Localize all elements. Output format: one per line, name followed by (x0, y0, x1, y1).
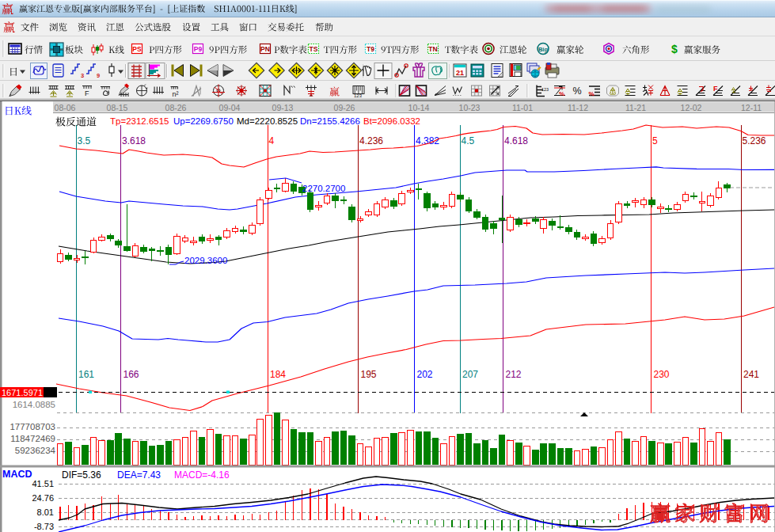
svg-text:$: $ (671, 43, 678, 55)
svg-text:08-15: 08-15 (107, 103, 128, 112)
svg-text:4: 4 (269, 135, 275, 146)
svg-text:MACD: MACD (2, 469, 32, 480)
svg-text:202: 202 (417, 369, 433, 380)
svg-text:41.51: 41.51 (32, 479, 54, 488)
svg-text:11-01: 11-01 (512, 103, 533, 112)
svg-text:Md=2220.8525: Md=2220.8525 (237, 116, 298, 126)
svg-text:5.236: 5.236 (743, 135, 766, 146)
svg-text:Up=2269.6750: Up=2269.6750 (173, 116, 234, 126)
svg-text:4.618: 4.618 (504, 135, 528, 146)
svg-text:%: % (572, 86, 581, 97)
svg-text:%: % (589, 90, 595, 97)
svg-text:2270.2700: 2270.2700 (302, 184, 345, 193)
svg-text:PN: PN (260, 45, 270, 53)
svg-text:3.618: 3.618 (122, 135, 146, 146)
svg-text:10-23: 10-23 (459, 103, 481, 112)
svg-text:1671.5971: 1671.5971 (2, 388, 43, 397)
svg-text:TN: TN (428, 45, 437, 53)
svg-text:Dn=2155.4266: Dn=2155.4266 (300, 116, 360, 126)
svg-text:n²: n² (173, 90, 179, 98)
svg-text:241: 241 (743, 369, 759, 380)
svg-text:-8.73: -8.73 (34, 522, 54, 531)
svg-text:F: F (85, 89, 89, 97)
svg-text:21: 21 (456, 69, 464, 77)
svg-text:9: 9 (97, 72, 100, 79)
svg-text:09-13: 09-13 (272, 103, 294, 112)
svg-text:PS: PS (132, 45, 142, 53)
svg-text:11-21: 11-21 (625, 103, 646, 112)
svg-text:8.01: 8.01 (37, 507, 54, 517)
svg-text:230: 230 (654, 369, 670, 380)
svg-text:DIF=5.36: DIF=5.36 (62, 469, 101, 481)
svg-text:08-26: 08-26 (165, 103, 187, 112)
svg-text:118472469: 118472469 (10, 434, 55, 443)
svg-text:177708703: 177708703 (9, 422, 55, 431)
svg-text:24.76: 24.76 (32, 493, 54, 503)
svg-text:11-12: 11-12 (568, 103, 588, 112)
svg-text:184: 184 (270, 369, 286, 380)
svg-text:T9: T9 (367, 45, 374, 53)
svg-text:4.236: 4.236 (359, 135, 383, 146)
svg-text:%: % (559, 90, 564, 97)
svg-text:161: 161 (78, 369, 94, 380)
svg-text:DEA=7.43: DEA=7.43 (117, 469, 161, 481)
svg-text:Big: Big (538, 46, 549, 53)
svg-text:123: 123 (354, 93, 363, 98)
svg-text:MACD=-4.16: MACD=-4.16 (174, 469, 230, 481)
svg-text:F: F (713, 85, 718, 93)
svg-text:09-04: 09-04 (219, 103, 241, 112)
svg-text:Tp=2312.6515: Tp=2312.6515 (110, 116, 169, 126)
svg-text:12-11: 12-11 (741, 103, 762, 112)
svg-text:207: 207 (462, 369, 478, 380)
svg-text:2029.3600: 2029.3600 (184, 256, 227, 265)
svg-text:4.5: 4.5 (462, 135, 475, 146)
svg-text:1614.0885: 1614.0885 (13, 400, 55, 409)
svg-text:4.382: 4.382 (416, 135, 439, 146)
svg-text:3.5: 3.5 (78, 135, 91, 146)
svg-text:123: 123 (541, 87, 549, 92)
svg-text:59236234: 59236234 (15, 446, 56, 455)
svg-text:Bt=2096.0332: Bt=2096.0332 (363, 116, 420, 126)
svg-text:TS: TS (310, 45, 318, 53)
svg-text:12-02: 12-02 (681, 103, 702, 112)
svg-text:166: 166 (123, 369, 139, 380)
svg-text:5: 5 (652, 135, 658, 146)
svg-text:09-26: 09-26 (334, 103, 355, 112)
svg-text:3: 3 (81, 72, 84, 79)
svg-text:P9: P9 (194, 45, 203, 53)
svg-text:10-14: 10-14 (408, 103, 430, 112)
svg-text:212: 212 (506, 369, 522, 380)
svg-text:195: 195 (361, 369, 377, 380)
svg-text:08-06: 08-06 (55, 103, 76, 112)
